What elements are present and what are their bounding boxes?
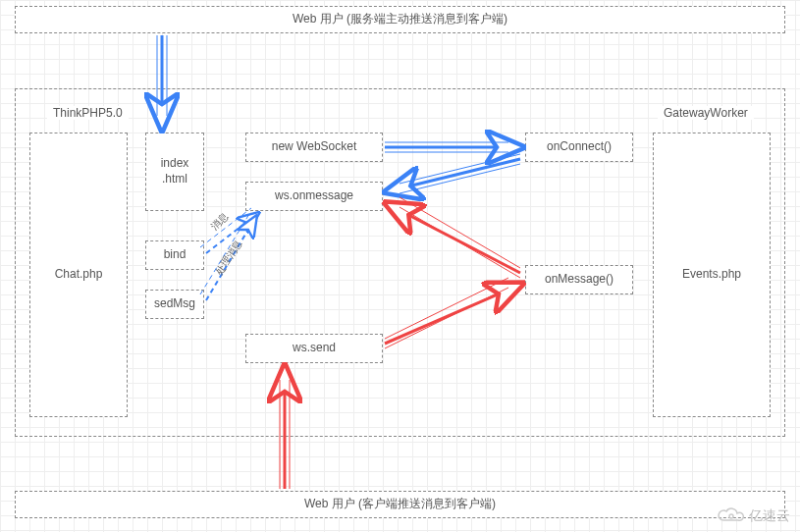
onconnect-box: onConnect() — [525, 133, 633, 162]
onconnect-label: onConnect() — [547, 139, 612, 155]
ws-send-box: ws.send — [245, 334, 383, 363]
gatewayworker-title: GatewayWorker — [658, 106, 754, 120]
index-html-box: index .html — [145, 133, 204, 211]
watermark: 亿速云 — [718, 507, 790, 526]
cloud-icon — [718, 507, 745, 526]
events-php-label: Events.php — [682, 267, 741, 283]
index-html-label: index .html — [161, 156, 189, 186]
web-user-server-push-label: Web 用户 (服务端主动推送消息到客户端) — [293, 12, 507, 27]
events-php-box: Events.php — [653, 133, 771, 417]
svg-point-14 — [729, 514, 733, 518]
web-user-client-push: Web 用户 (客户端推送消息到客户端) — [15, 491, 785, 518]
ws-onmessage-box: ws.onmessage — [245, 182, 383, 211]
bind-box: bind — [145, 240, 204, 270]
new-websocket-label: new WebSocket — [272, 139, 357, 155]
chat-php-box: Chat.php — [29, 133, 128, 417]
ws-send-label: ws.send — [293, 341, 336, 356]
thinkphp-title: ThinkPHP5.0 — [47, 106, 129, 120]
web-user-client-push-label: Web 用户 (客户端推送消息到客户端) — [304, 497, 496, 512]
sedmsg-label: sedMsg — [154, 296, 195, 312]
onmessage-gw-label: onMessage() — [545, 272, 613, 288]
bind-label: bind — [164, 247, 187, 263]
web-user-server-push: Web 用户 (服务端主动推送消息到客户端) — [15, 6, 785, 33]
new-websocket-box: new WebSocket — [245, 133, 383, 162]
onmessage-gw-box: onMessage() — [525, 265, 633, 294]
watermark-text: 亿速云 — [749, 507, 790, 523]
sedmsg-box: sedMsg — [145, 290, 204, 319]
ws-onmessage-label: ws.onmessage — [275, 188, 353, 204]
chat-php-label: Chat.php — [55, 267, 103, 283]
